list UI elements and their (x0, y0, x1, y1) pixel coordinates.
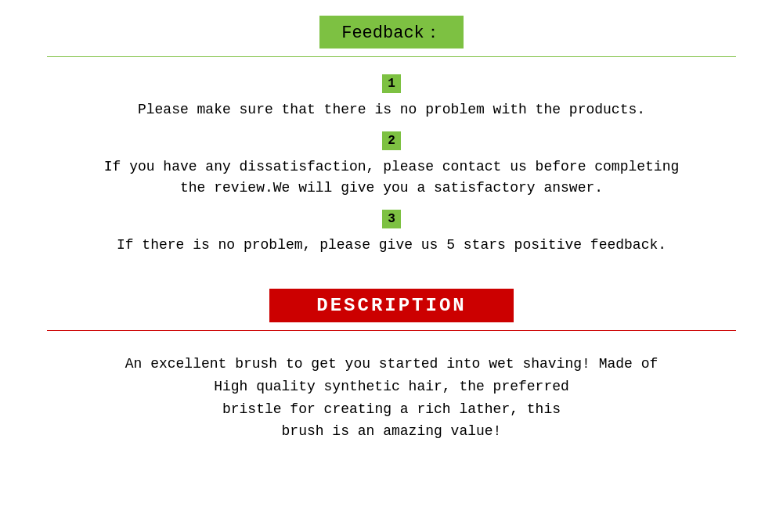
page-container: Feedback： 1 Please make sure that there … (0, 0, 783, 532)
step-3-badge: 3 (382, 210, 401, 228)
feedback-badge: Feedback： (319, 16, 464, 49)
step-3-block: 3 If there is no problem, please give us… (47, 210, 736, 267)
step-2-block: 2 If you have any dissatisfaction, pleas… (47, 131, 736, 210)
step-2-badge: 2 (382, 131, 401, 150)
description-header: DESCRIPTION (47, 275, 736, 342)
step-1-block: 1 Please make sure that there is no prob… (47, 74, 736, 131)
step-2-text: If you have any dissatisfaction, please … (104, 156, 680, 199)
step-3-text: If there is no problem, please give us 5… (117, 235, 666, 256)
feedback-divider (47, 56, 736, 57)
description-badge: DESCRIPTION (269, 289, 513, 322)
feedback-header: Feedback： (47, 16, 736, 68)
description-text: An excellent brush to get you started in… (125, 353, 659, 443)
step-1-badge: 1 (382, 74, 401, 93)
description-divider (47, 330, 736, 331)
step-1-text: Please make sure that there is no proble… (138, 99, 645, 120)
